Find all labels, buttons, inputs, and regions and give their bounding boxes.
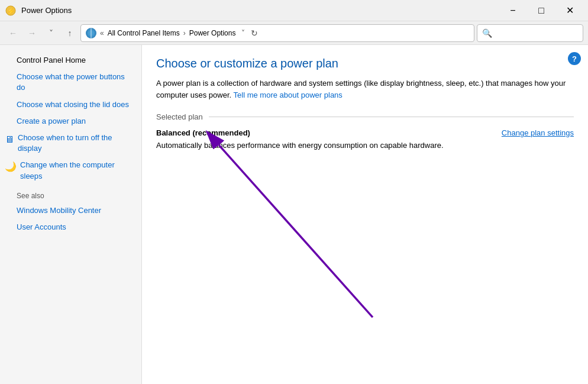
titlebar: ⚡ Power Options − □ ✕ [0,0,588,21]
learn-more-link[interactable]: Tell me more about power plans [234,91,343,99]
maximize-button[interactable]: □ [528,1,555,20]
sidebar-item-turn-off-display[interactable]: 🖥 Choose when to turn off the display [0,130,141,157]
sidebar-item-computer-sleeps[interactable]: 🌙 Change when the computer sleeps [0,157,141,184]
selected-plan-label: Selected plan [156,112,203,121]
sidebar-item-user-accounts[interactable]: User Accounts [0,219,141,235]
see-also-label: See also [0,192,141,202]
content-heading: Choose or customize a power plan [156,57,574,70]
svg-text:⚡: ⚡ [7,7,15,15]
divider-line [209,117,574,117]
sidebar-item-power-buttons[interactable]: Choose what the power buttons do [0,69,141,96]
window-title: Power Options [21,6,72,15]
plan-name: Balanced (recommended) [156,128,250,137]
app-icon: ⚡ [5,5,17,17]
address-breadcrumb-2: Power Options [189,29,236,37]
change-plan-settings-link[interactable]: Change plan settings [502,128,574,137]
navbar: ← → ˅ ↑ « All Control Panel Items › Powe… [0,21,588,45]
address-breadcrumb-1: All Control Panel Items [108,29,180,37]
search-box[interactable]: 🔍 [477,24,583,42]
help-button[interactable]: ? [568,52,581,65]
svg-line-3 [219,145,373,317]
selected-plan-divider: Selected plan [156,112,574,121]
globe-icon [86,28,96,38]
sidebar-item-lid[interactable]: Choose what closing the lid does [0,96,141,113]
sidebar-item-windows-mobility[interactable]: Windows Mobility Center [0,202,141,219]
content-area: ? Choose or customize a power plan A pow… [142,45,588,384]
address-arrow: › [183,29,186,37]
main-layout: Control Panel Home Choose what the power… [0,45,588,384]
titlebar-left: ⚡ Power Options [5,5,72,17]
address-separator: « [100,29,104,37]
search-icon: 🔍 [482,28,492,38]
plan-row: Balanced (recommended) Change plan setti… [156,128,574,137]
sleep-icon: 🌙 [5,160,17,173]
history-dropdown-button[interactable]: ˅ [43,25,59,41]
refresh-button[interactable]: ↻ [251,28,258,38]
sidebar-item-create-power-plan[interactable]: Create a power plan [0,113,141,130]
forward-button[interactable]: → [24,25,40,41]
back-button[interactable]: ← [5,25,21,41]
address-bar[interactable]: « All Control Panel Items › Power Option… [80,24,474,42]
sidebar-item-control-panel-home[interactable]: Control Panel Home [0,52,141,69]
content-description: A power plan is a collection of hardware… [156,78,574,101]
monitor-icon: 🖥 [5,133,14,146]
address-dropdown-icon[interactable]: ˅ [241,29,245,37]
sidebar: Control Panel Home Choose what the power… [0,45,142,384]
up-button[interactable]: ↑ [62,25,78,41]
plan-description: Automatically balances performance with … [156,141,574,150]
window-controls: − □ ✕ [499,1,583,20]
minimize-button[interactable]: − [499,1,526,20]
close-button[interactable]: ✕ [556,1,583,20]
